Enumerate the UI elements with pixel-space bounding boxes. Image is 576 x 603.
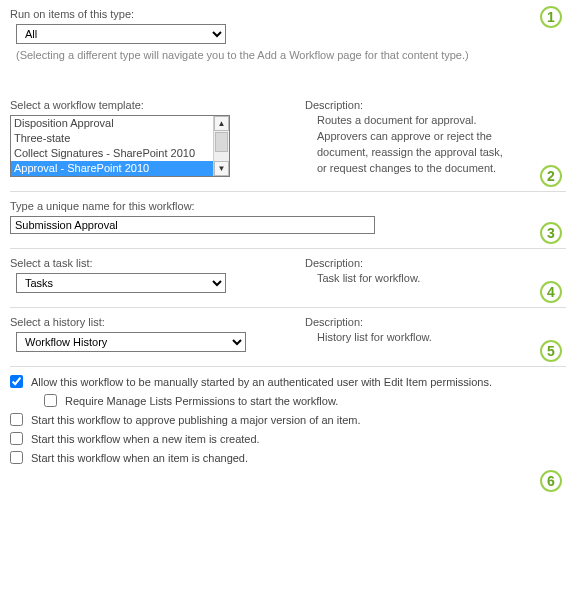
workflow-name-label: Type a unique name for this workflow: bbox=[10, 200, 566, 212]
start-option-checkbox[interactable] bbox=[10, 451, 23, 464]
section-run-type: 1 Run on items of this type: All (Select… bbox=[10, 8, 566, 71]
history-list-select[interactable]: Workflow History bbox=[16, 332, 246, 352]
start-option-checkbox[interactable] bbox=[44, 394, 57, 407]
start-option-checkbox[interactable] bbox=[10, 375, 23, 388]
task-list-desc-head: Description: bbox=[305, 257, 566, 269]
start-option-label: Start this workflow to approve publishin… bbox=[31, 414, 361, 426]
step-badge-2: 2 bbox=[540, 165, 562, 187]
start-option-row: Start this workflow when a new item is c… bbox=[10, 432, 566, 445]
run-type-select[interactable]: All bbox=[16, 24, 226, 44]
template-option[interactable]: Three-state bbox=[11, 131, 213, 146]
divider bbox=[10, 248, 566, 249]
history-list-desc-head: Description: bbox=[305, 316, 566, 328]
divider bbox=[10, 366, 566, 367]
history-list-desc-body: History list for workflow. bbox=[305, 330, 566, 346]
start-option-label: Require Manage Lists Permissions to star… bbox=[65, 395, 338, 407]
start-option-row: Require Manage Lists Permissions to star… bbox=[44, 394, 566, 407]
scroll-up-icon[interactable]: ▲ bbox=[214, 116, 229, 131]
step-badge-5: 5 bbox=[540, 340, 562, 362]
task-list-select[interactable]: Tasks bbox=[16, 273, 226, 293]
template-listbox[interactable]: Disposition Approval Three-state Collect… bbox=[10, 115, 230, 177]
scroll-thumb[interactable] bbox=[215, 132, 228, 152]
start-option-checkbox[interactable] bbox=[10, 432, 23, 445]
start-option-label: Start this workflow when an item is chan… bbox=[31, 452, 248, 464]
divider bbox=[10, 307, 566, 308]
scroll-down-icon[interactable]: ▼ bbox=[214, 161, 229, 176]
start-option-row: Start this workflow to approve publishin… bbox=[10, 413, 566, 426]
task-list-label: Select a task list: bbox=[10, 257, 285, 269]
task-list-desc-body: Task list for workflow. bbox=[305, 271, 566, 287]
template-listbox-items: Disposition Approval Three-state Collect… bbox=[11, 116, 213, 176]
listbox-scrollbar[interactable]: ▲ ▼ bbox=[213, 116, 229, 176]
section-task-list: Select a task list: Tasks Description: T… bbox=[10, 257, 566, 303]
run-type-label: Run on items of this type: bbox=[10, 8, 566, 20]
step-badge-3: 3 bbox=[540, 222, 562, 244]
template-label: Select a workflow template: bbox=[10, 99, 285, 111]
divider bbox=[10, 191, 566, 192]
section-history-list: Select a history list: Workflow History … bbox=[10, 316, 566, 362]
start-option-row: Allow this workflow to be manually start… bbox=[10, 375, 566, 388]
template-desc-head: Description: bbox=[305, 99, 566, 111]
section-template: Select a workflow template: Disposition … bbox=[10, 99, 566, 187]
workflow-name-input[interactable] bbox=[10, 216, 375, 234]
template-option-selected[interactable]: Approval - SharePoint 2010 bbox=[11, 161, 213, 176]
start-option-checkbox[interactable] bbox=[10, 413, 23, 426]
start-option-label: Allow this workflow to be manually start… bbox=[31, 376, 492, 388]
step-badge-6: 6 bbox=[540, 470, 562, 492]
section-start-options: Allow this workflow to be manually start… bbox=[10, 375, 566, 488]
section-name: Type a unique name for this workflow: 3 bbox=[10, 200, 566, 244]
history-list-label: Select a history list: bbox=[10, 316, 285, 328]
template-option[interactable]: Disposition Approval bbox=[11, 116, 213, 131]
step-badge-4: 4 bbox=[540, 281, 562, 303]
run-type-hint: (Selecting a different type will navigat… bbox=[10, 49, 566, 61]
start-option-label: Start this workflow when a new item is c… bbox=[31, 433, 260, 445]
template-desc-body: Routes a document for approval. Approver… bbox=[305, 113, 566, 177]
step-badge-1: 1 bbox=[540, 6, 562, 28]
template-option[interactable]: Collect Signatures - SharePoint 2010 bbox=[11, 146, 213, 161]
start-option-row: Start this workflow when an item is chan… bbox=[10, 451, 566, 464]
